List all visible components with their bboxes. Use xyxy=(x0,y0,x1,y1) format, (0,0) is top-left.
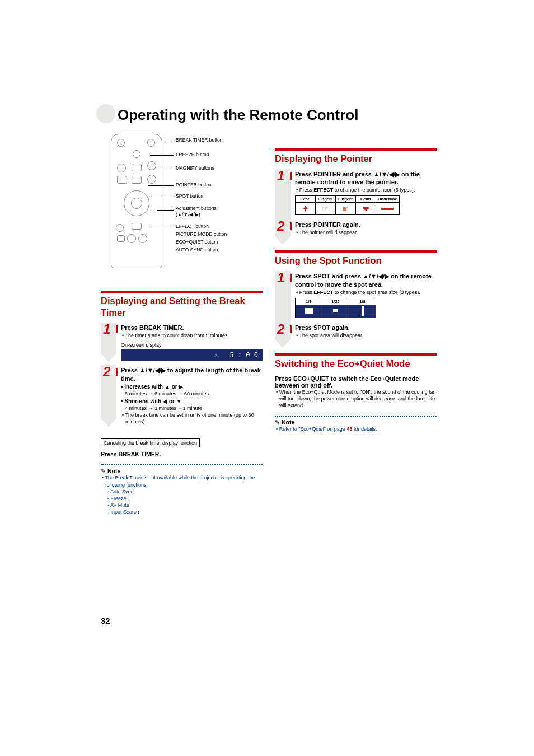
spot-1-25 xyxy=(322,305,349,318)
t: . xyxy=(159,451,161,458)
remote-eco-quiet xyxy=(138,234,147,243)
leader-line xyxy=(150,155,174,156)
osd-label: On-screen display xyxy=(121,342,263,348)
note-heading: Note xyxy=(101,468,263,474)
page-title: Operating with the Remote Control xyxy=(118,106,437,124)
spot-step2-title: Press SPOT again. xyxy=(295,324,437,332)
section-bar xyxy=(101,291,263,293)
remote-outline xyxy=(111,134,162,268)
break-step-1: 1 Press BREAK TIMER. The timer starts to… xyxy=(101,324,263,361)
note-rule xyxy=(101,464,263,465)
icon-col-underline: Underline xyxy=(376,196,400,203)
note-rule xyxy=(275,416,437,417)
t: to change the pointer icon (5 types). xyxy=(333,187,415,193)
section-bar xyxy=(275,148,437,151)
step-number: 1 xyxy=(103,321,110,337)
osd-display: ♨ 5 : 0 0 xyxy=(121,349,263,361)
step-accent xyxy=(116,325,118,333)
remote-picture-mode xyxy=(132,223,142,230)
step1-title: Press BREAK TIMER. xyxy=(121,324,263,332)
pointer-step1-title: Press POINTER and press ▲/▼/◀/▶ on the r… xyxy=(295,170,437,187)
finger1-icon: ☞ xyxy=(316,203,336,215)
step-accent xyxy=(290,172,292,180)
step-number: 1 xyxy=(277,270,284,286)
note-item: - Auto Sync xyxy=(101,488,263,495)
left-column: BREAK TIMER button FREEZE button MAGNIFY… xyxy=(101,134,263,515)
t: BREAK TIMER xyxy=(139,324,182,331)
t: to change the spot area size (3 types). xyxy=(333,290,420,295)
note-body: The Break Timer is not available while t… xyxy=(101,474,263,488)
step-number: 2 xyxy=(277,218,284,234)
inc-heading: • Increases with ▲ or ▶ xyxy=(121,383,263,391)
cup-icon: ♨ xyxy=(214,351,218,359)
leader-line xyxy=(157,169,174,169)
spot-step2-body: The spot area will disappear. xyxy=(295,332,437,339)
remote-auto-sync xyxy=(127,234,136,243)
step2-foot: The break time can be set in units of on… xyxy=(121,412,263,425)
step-accent xyxy=(290,222,292,230)
label-adjust: Adjustment buttons xyxy=(176,206,217,211)
title-bullet xyxy=(96,104,115,123)
leader-line xyxy=(151,197,174,197)
t: Press xyxy=(275,375,293,382)
remote-diagram: BREAK TIMER button FREEZE button MAGNIFY… xyxy=(101,134,263,274)
dec-body: 4 minutes → 3 minutes →1 minute xyxy=(121,405,263,412)
spot-1-9 xyxy=(296,305,322,318)
pointer-step2-body: The pointer will disappear. xyxy=(295,229,437,236)
note-item: - Input Search xyxy=(101,508,263,515)
eco-heading: Switching the Eco+Quiet Mode xyxy=(275,358,437,370)
remote-spot xyxy=(132,176,142,184)
t: Refer to "Eco+Quiet" on page xyxy=(279,426,347,432)
t: POINTER xyxy=(313,221,341,228)
step-accent xyxy=(290,274,292,282)
label-freeze: FREEZE button xyxy=(176,152,209,157)
pointer-step-2: 2 Press POINTER again. The pointer will … xyxy=(275,221,437,236)
step-accent xyxy=(116,368,118,376)
spot-heading: Using the Spot Function xyxy=(275,255,437,267)
cancel-box: Canceling the break timer display functi… xyxy=(101,438,200,447)
t: for details. xyxy=(352,426,377,432)
t: again. xyxy=(330,324,350,331)
remote-magnify-plus xyxy=(147,161,156,170)
note-heading: Note xyxy=(275,419,437,426)
osd-time: 5 : 0 0 xyxy=(229,351,258,359)
leader-line xyxy=(157,210,174,211)
remote-enter xyxy=(131,198,142,209)
label-eco-quiet: ECO+QUIET button xyxy=(176,239,218,245)
eco-press: Press ECO+QUIET to switch the Eco+Quiet … xyxy=(275,375,437,389)
step-number: 2 xyxy=(103,364,110,380)
spot-size-table: 1/9 1/25 1/8 xyxy=(295,298,376,318)
t: EFFECT xyxy=(313,290,333,295)
underline-icon xyxy=(376,203,400,215)
icon-col-finger2: Finger2 xyxy=(336,196,356,203)
t: BREAK TIMER xyxy=(119,451,160,458)
label-effect: EFFECT button xyxy=(176,223,209,229)
pointer-heading: Displaying the Pointer xyxy=(275,153,437,165)
t: Press xyxy=(299,187,314,193)
icon-col-finger1: Finger1 xyxy=(316,196,336,203)
note-item: - AV Mute xyxy=(101,502,263,508)
remote-standby-btn xyxy=(117,139,125,147)
spot-step-2: 2 Press SPOT again. The spot area will d… xyxy=(275,324,437,339)
spot-step-1: 1 Press SPOT and press ▲/▼/◀/▶ on the re… xyxy=(275,272,437,318)
t: Press xyxy=(101,451,119,458)
label-picture-mode: PICTURE MODE button xyxy=(176,231,227,237)
step-accent xyxy=(290,325,292,333)
pointer-step2-title: Press POINTER again. xyxy=(295,221,437,229)
dec-heading: • Shortens with ◀ or ▼ xyxy=(121,398,263,405)
t: EFFECT xyxy=(313,187,333,193)
spot-col: 1/25 xyxy=(322,298,349,305)
spot-step1-body: Press EFFECT to change the spot area siz… xyxy=(295,289,437,296)
label-auto-sync: AUTO SYNC button xyxy=(176,247,218,253)
spot-col: 1/9 xyxy=(296,298,322,305)
eco-body: When the Eco+Quiet Mode is set to "ON", … xyxy=(275,389,437,409)
page-ref: 43 xyxy=(346,426,352,432)
label-spot: SPOT button xyxy=(176,193,203,199)
icon-col-heart: Heart xyxy=(356,196,376,203)
step-number: 2 xyxy=(277,321,284,337)
t: Press xyxy=(299,290,314,295)
note-item: - Freeze xyxy=(101,495,263,502)
finger2-icon: ☛ xyxy=(336,203,356,215)
t: Press xyxy=(295,324,313,331)
press-break-timer: Press BREAK TIMER. xyxy=(101,451,263,458)
